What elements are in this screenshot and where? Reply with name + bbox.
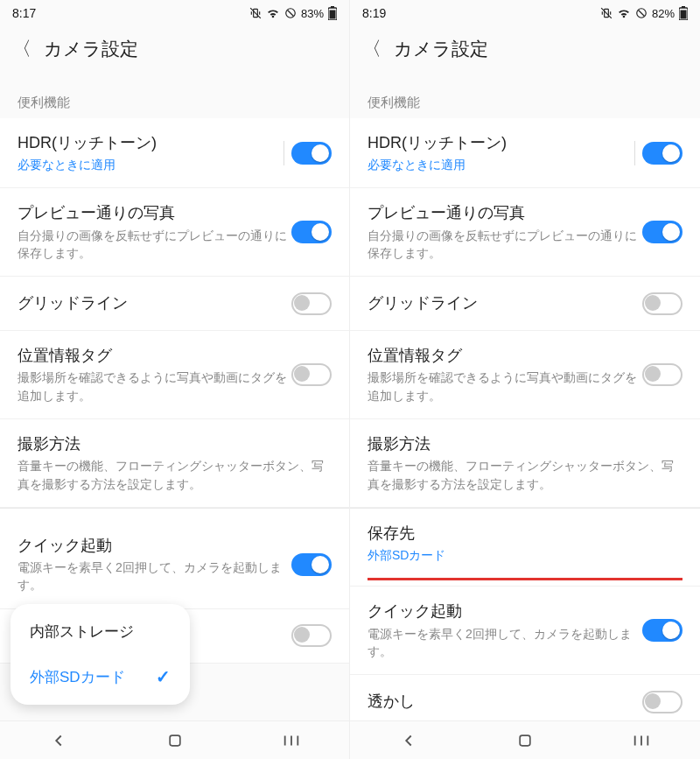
- toggle-quicklaunch[interactable]: [291, 553, 332, 576]
- setting-preview[interactable]: プレビュー通りの写真 自分撮りの画像を反転せずにプレビューの通りに保存します。: [350, 188, 700, 277]
- svg-rect-20: [682, 6, 685, 8]
- item-sub: 外部SDカード: [368, 546, 682, 564]
- toggle-hdr[interactable]: [642, 142, 682, 165]
- item-sub: 必要なときに適用: [368, 156, 631, 173]
- back-icon[interactable]: 〈: [362, 39, 382, 59]
- item-sub: 必要なときに適用: [18, 156, 280, 173]
- no-sim-icon: [635, 7, 648, 19]
- nav-back-icon[interactable]: [24, 731, 94, 750]
- setting-quicklaunch[interactable]: クイック起動 電源キーを素早く2回押して、カメラを起動します。: [0, 508, 349, 609]
- status-time: 8:17: [12, 6, 36, 20]
- app-header: 〈 カメラ設定: [350, 26, 700, 77]
- setting-storage[interactable]: 保存先 外部SDカード: [350, 508, 700, 578]
- popup-option-sdcard[interactable]: 外部SDカード ✓: [10, 654, 190, 699]
- divider: [284, 141, 284, 165]
- item-sub: 自分撮りの画像を反転せずにプレビューの通りに保存します。: [368, 227, 642, 263]
- item-sub: 撮影場所を確認できるように写真や動画にタグを追加します。: [18, 369, 291, 404]
- toggle-grid[interactable]: [291, 292, 332, 315]
- app-header: 〈 カメラ設定: [0, 26, 349, 77]
- item-sub: 電源キーを素早く2回押して、カメラを起動します。: [368, 625, 642, 661]
- storage-popup: 内部ストレージ 外部SDカード ✓: [10, 604, 190, 705]
- setting-shooting[interactable]: 撮影方法 音量キーの機能、フローティングシャッターボタン、写真を撮影する方法を設…: [350, 419, 700, 508]
- toggle-quicklaunch[interactable]: [642, 619, 682, 642]
- toggle-location[interactable]: [642, 363, 682, 386]
- nav-recents-icon[interactable]: [606, 734, 676, 748]
- popup-option-label: 外部SDカード: [30, 667, 125, 687]
- check-icon: ✓: [156, 666, 171, 687]
- setting-quicklaunch[interactable]: クイック起動 電源キーを素早く2回押して、カメラを起動します。: [350, 586, 700, 675]
- battery-percent: 82%: [652, 7, 675, 20]
- wifi-icon: [266, 7, 280, 19]
- item-sub: 撮影場所を確認できるように写真や動画にタグを追加します。: [368, 369, 642, 404]
- popup-option-label: 内部ストレージ: [30, 622, 134, 642]
- section-header: 便利機能: [0, 77, 349, 118]
- popup-option-internal[interactable]: 内部ストレージ: [10, 609, 190, 654]
- item-title: プレビュー通りの写真: [18, 202, 291, 224]
- item-title: クイック起動: [18, 535, 291, 557]
- setting-preview[interactable]: プレビュー通りの写真 自分撮りの画像を反転せずにプレビューの通りに保存します。: [0, 188, 349, 277]
- item-title: HDR(リッチトーン): [18, 132, 280, 154]
- setting-grid[interactable]: グリッドライン: [0, 277, 349, 331]
- status-icons: 83%: [249, 6, 337, 20]
- toggle-grid[interactable]: [642, 292, 682, 315]
- battery-icon: [679, 6, 688, 20]
- item-title: グリッドライン: [18, 292, 291, 314]
- divider: [634, 141, 635, 165]
- back-icon[interactable]: 〈: [12, 39, 32, 59]
- item-sub: 音量キーの機能、フローティングシャッターボタン、写真を撮影する方法を設定します。: [18, 457, 332, 493]
- svg-rect-9: [170, 735, 180, 746]
- section-header: 便利機能: [350, 77, 700, 118]
- item-title: 位置情報タグ: [18, 345, 291, 367]
- item-title: 保存先: [368, 523, 682, 545]
- svg-rect-21: [681, 11, 687, 19]
- item-title: 撮影方法: [368, 433, 682, 455]
- svg-rect-8: [330, 11, 336, 19]
- toggle-preview[interactable]: [291, 221, 332, 243]
- toggle-hdr[interactable]: [291, 142, 332, 165]
- highlight-underline: [368, 578, 682, 580]
- item-title: 透かし: [368, 691, 642, 713]
- vibrate-icon: [249, 7, 262, 19]
- page-title: カメラ設定: [394, 37, 488, 61]
- setting-watermark[interactable]: 透かし: [350, 675, 700, 720]
- toggle-watermark[interactable]: [642, 691, 682, 713]
- item-title: 撮影方法: [18, 433, 332, 455]
- svg-line-18: [638, 11, 644, 17]
- status-icons: 82%: [600, 6, 688, 20]
- item-title: HDR(リッチトーン): [368, 132, 631, 154]
- item-sub: 電源キーを素早く2回押して、カメラを起動します。: [18, 559, 291, 594]
- nav-recents-icon[interactable]: [256, 734, 326, 748]
- nav-home-icon[interactable]: [140, 732, 210, 749]
- status-bar: 8:17 83%: [0, 0, 349, 26]
- wifi-icon: [617, 7, 631, 19]
- item-title: プレビュー通りの写真: [368, 202, 642, 224]
- svg-rect-7: [331, 6, 334, 8]
- setting-location[interactable]: 位置情報タグ 撮影場所を確認できるように写真や動画にタグを追加します。: [350, 331, 700, 419]
- item-sub: 自分撮りの画像を反転せずにプレビューの通りに保存します。: [18, 227, 291, 263]
- setting-shooting[interactable]: 撮影方法 音量キーの機能、フローティングシャッターボタン、写真を撮影する方法を設…: [0, 419, 349, 508]
- item-sub: 音量キーの機能、フローティングシャッターボタン、写真を撮影する方法を設定します。: [368, 457, 682, 493]
- item-title: 位置情報タグ: [368, 345, 642, 367]
- toggle-location[interactable]: [291, 363, 332, 386]
- page-title: カメラ設定: [44, 37, 138, 61]
- navigation-bar: [0, 720, 349, 759]
- nav-back-icon[interactable]: [374, 731, 444, 750]
- status-time: 8:19: [362, 6, 386, 20]
- svg-line-16: [601, 8, 612, 18]
- nav-home-icon[interactable]: [490, 732, 560, 749]
- setting-location[interactable]: 位置情報タグ 撮影場所を確認できるように写真や動画にタグを追加します。: [0, 331, 349, 419]
- setting-hdr[interactable]: HDR(リッチトーン) 必要なときに適用: [0, 118, 349, 188]
- svg-line-5: [287, 11, 293, 17]
- toggle-watermark[interactable]: [291, 624, 332, 647]
- status-bar: 8:19 82%: [350, 0, 700, 26]
- toggle-preview[interactable]: [642, 221, 682, 243]
- battery-percent: 83%: [301, 7, 324, 20]
- vibrate-icon: [600, 7, 612, 19]
- setting-hdr[interactable]: HDR(リッチトーン) 必要なときに適用: [350, 118, 700, 188]
- setting-grid[interactable]: グリッドライン: [350, 277, 700, 331]
- item-title: クイック起動: [368, 601, 642, 622]
- battery-icon: [328, 6, 337, 20]
- navigation-bar: [350, 720, 700, 759]
- item-title: グリッドライン: [368, 292, 642, 314]
- svg-rect-22: [520, 735, 530, 746]
